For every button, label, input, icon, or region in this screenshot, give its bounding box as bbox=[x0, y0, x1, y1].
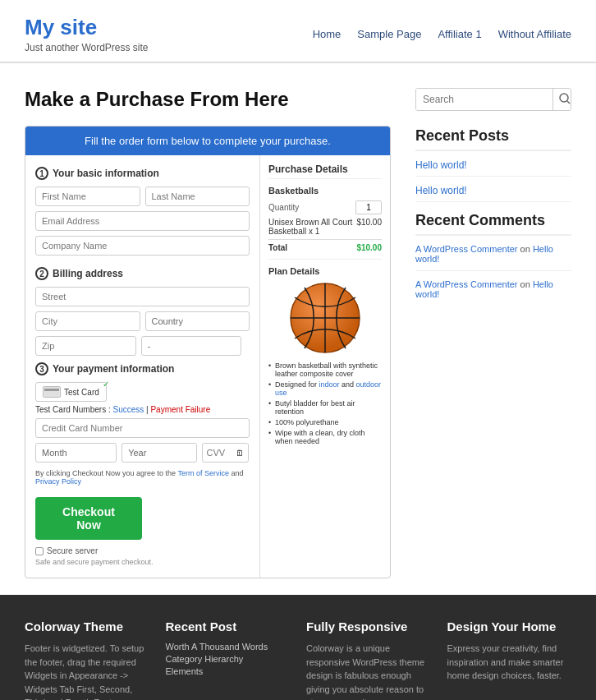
svg-rect-0 bbox=[44, 387, 59, 397]
first-name-input[interactable] bbox=[35, 187, 140, 206]
sidebar: Recent Posts Hello world! Hello world! R… bbox=[415, 88, 571, 578]
section1-title: 1 Your basic information bbox=[35, 167, 250, 180]
name-row bbox=[35, 187, 250, 206]
plan-item-1: Brown basketball with synthetic leather … bbox=[268, 362, 382, 378]
footer-recent-post-1[interactable]: Worth A Thousand Words bbox=[166, 642, 291, 652]
card-success-link[interactable]: Success bbox=[112, 405, 144, 414]
page-title: Make a Purchase From Here bbox=[25, 88, 391, 111]
section3-label: Your payment information bbox=[53, 363, 174, 375]
cvv-input[interactable] bbox=[207, 448, 236, 458]
footer-widget-4-text: Express your creativity, find inspiratio… bbox=[447, 642, 572, 683]
footer-widget-3-title: Fully Responsive bbox=[306, 619, 431, 633]
section2-label: Billing address bbox=[53, 268, 123, 279]
main-content: Make a Purchase From Here Fill the order… bbox=[0, 63, 596, 595]
plan-item-2: Designed for indoor and outdoor use bbox=[268, 380, 382, 397]
nav-without-affiliate[interactable]: Without Affiliate bbox=[498, 28, 571, 40]
total-row: Total $10.00 bbox=[268, 239, 382, 252]
comment-item-2: A WordPress Commenter on Hello world! bbox=[415, 279, 571, 299]
footer-widget-2-title: Recent Post bbox=[166, 619, 291, 633]
card-label: Test Card bbox=[64, 388, 99, 397]
email-input[interactable] bbox=[35, 211, 250, 231]
search-icon bbox=[559, 93, 571, 104]
comment-author-2[interactable]: A WordPress Commenter bbox=[415, 279, 518, 289]
footer-widget-3: Fully Responsive Colorway is a unique re… bbox=[306, 619, 431, 700]
section1-label: Your basic information bbox=[53, 168, 159, 179]
svg-line-4 bbox=[567, 101, 570, 104]
footer-widget-1-title: Colorway Theme bbox=[25, 619, 149, 633]
state-select[interactable]: - bbox=[141, 336, 242, 356]
payment-row: Month Year 🗓 bbox=[35, 443, 250, 463]
street-input[interactable] bbox=[35, 287, 250, 306]
zip-row: - bbox=[35, 336, 250, 356]
main-nav: Home Sample Page Affiliate 1 Without Aff… bbox=[313, 28, 571, 40]
card-icon bbox=[43, 386, 61, 398]
footer-widget-2: Recent Post Worth A Thousand Words Categ… bbox=[166, 619, 291, 700]
card-failure-link[interactable]: Payment Failure bbox=[150, 405, 210, 414]
year-select[interactable]: Year bbox=[121, 443, 196, 463]
total-label: Total bbox=[268, 243, 287, 252]
details-column: Purchase Details Basketballs Quantity Un… bbox=[260, 155, 390, 578]
nav-affiliate1[interactable]: Affiliate 1 bbox=[438, 28, 481, 40]
company-input[interactable] bbox=[35, 236, 250, 256]
form-column: 1 Your basic information 2 Billing addre… bbox=[25, 155, 260, 578]
card-numbers-row: Test Card Numbers : Success | Payment Fa… bbox=[35, 405, 250, 414]
recent-posts-title: Recent Posts bbox=[415, 127, 571, 151]
quantity-row: Quantity bbox=[268, 200, 382, 214]
basketball-image bbox=[288, 281, 362, 355]
footer-widget-4: Design Your Home Express your creativity… bbox=[447, 619, 572, 700]
purchase-header: Fill the order form below to complete yo… bbox=[25, 127, 390, 155]
recent-post-2[interactable]: Hello world! bbox=[415, 185, 571, 196]
comment-on-2: on bbox=[520, 279, 533, 289]
city-input[interactable] bbox=[35, 311, 140, 331]
comment-author-1[interactable]: A WordPress Commenter bbox=[415, 244, 518, 254]
secure-checkbox bbox=[35, 547, 44, 555]
site-header: My site Just another WordPress site Home… bbox=[0, 0, 596, 62]
month-select[interactable]: Month bbox=[35, 443, 117, 463]
terms-text: By clicking Checkout Now you agree to th… bbox=[35, 469, 250, 486]
footer-recent-post-3[interactable]: Elements bbox=[166, 666, 291, 676]
total-price: $10.00 bbox=[356, 243, 382, 252]
footer-widget-1-text: Footer is widgetized. To setup the foote… bbox=[25, 642, 149, 700]
section1-num: 1 bbox=[35, 167, 48, 180]
quantity-input[interactable] bbox=[355, 200, 382, 214]
product-name: Unisex Brown All Court Basketball x 1 bbox=[268, 218, 356, 236]
footer-widgets: Colorway Theme Footer is widgetized. To … bbox=[0, 595, 596, 700]
section2-title: 2 Billing address bbox=[35, 267, 250, 280]
test-card-button[interactable]: Test Card ✓ bbox=[35, 382, 107, 402]
terms-link[interactable]: Term of Service bbox=[177, 469, 229, 477]
country-select[interactable]: Country bbox=[145, 311, 250, 331]
card-numbers-prefix: Test Card Numbers : bbox=[35, 405, 112, 414]
search-input[interactable] bbox=[416, 89, 552, 110]
site-tagline: Just another WordPress site bbox=[25, 42, 149, 53]
zip-input[interactable] bbox=[35, 336, 136, 356]
footer-widget-4-title: Design Your Home bbox=[447, 619, 572, 633]
footer-widget-1: Colorway Theme Footer is widgetized. To … bbox=[25, 619, 149, 700]
comment-item-1: A WordPress Commenter on Hello world! bbox=[415, 244, 571, 264]
recent-post-1[interactable]: Hello world! bbox=[415, 159, 571, 171]
safe-text: Safe and secure payment checkout. bbox=[35, 558, 250, 566]
search-button[interactable] bbox=[552, 89, 571, 110]
footer-recent-post-2[interactable]: Category Hierarchy bbox=[166, 654, 291, 664]
nav-home[interactable]: Home bbox=[313, 28, 342, 40]
checkout-button[interactable]: Checkout Now bbox=[35, 497, 142, 540]
nav-sample-page[interactable]: Sample Page bbox=[357, 28, 421, 40]
comment-on-1: on bbox=[520, 244, 533, 254]
last-name-input[interactable] bbox=[145, 187, 250, 206]
cvv-icon: 🗓 bbox=[236, 449, 244, 458]
svg-rect-1 bbox=[44, 389, 59, 391]
search-box bbox=[415, 88, 571, 111]
credit-card-input[interactable] bbox=[35, 418, 250, 438]
purchase-details-subtitle: Basketballs bbox=[268, 186, 382, 196]
terms-and: and bbox=[231, 469, 243, 477]
plan-item-4: 100% polyurethane bbox=[268, 418, 382, 426]
privacy-link[interactable]: Privacy Policy bbox=[35, 477, 81, 486]
svg-point-3 bbox=[560, 94, 568, 102]
plan-list: Brown basketball with synthetic leather … bbox=[268, 362, 382, 445]
secure-row: Secure server bbox=[35, 546, 250, 555]
city-country-row: Country bbox=[35, 311, 250, 331]
purchase-body: 1 Your basic information 2 Billing addre… bbox=[25, 155, 390, 578]
site-branding: My site Just another WordPress site bbox=[25, 15, 149, 53]
quantity-label: Quantity bbox=[268, 203, 299, 212]
terms-prefix: By clicking Checkout Now you agree to th… bbox=[35, 469, 177, 477]
recent-comments-title: Recent Comments bbox=[415, 212, 571, 236]
